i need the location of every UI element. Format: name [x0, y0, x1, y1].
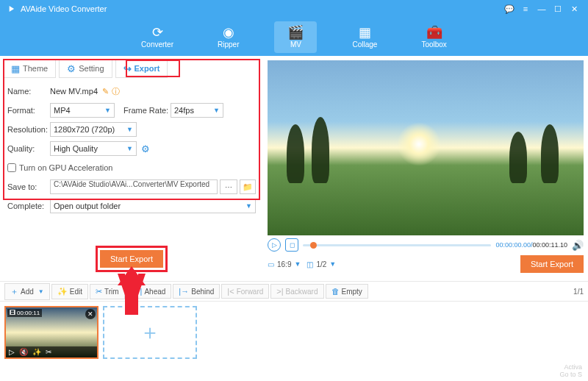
resolution-select[interactable]: 1280x720 (720p)▼	[50, 122, 137, 137]
browse-button[interactable]: ⋯	[220, 179, 237, 194]
info-icon[interactable]: ⓘ	[112, 86, 120, 97]
format-select[interactable]: MP4▼	[50, 103, 115, 118]
preview-panel: ▷ ◻ 00:00:00.00/00:00:11.10 🔊 ▭16:9▼ ◫1/…	[263, 56, 588, 281]
seek-slider[interactable]	[303, 244, 491, 246]
clip-duration: 🎞00:00:11	[7, 309, 42, 317]
behind-icon: |→	[179, 287, 189, 296]
add-button[interactable]: ＋Add▼	[4, 283, 50, 300]
framerate-select[interactable]: 24fps▼	[171, 103, 223, 118]
caret-icon: ▼	[126, 126, 133, 133]
aspect-select[interactable]: ▭16:9▼	[268, 260, 301, 268]
format-label: Format:	[7, 106, 50, 115]
tab-theme[interactable]: ▦Theme	[3, 59, 56, 78]
edit-name-icon[interactable]: ✎	[102, 87, 109, 96]
open-folder-icon[interactable]: 📁	[240, 179, 256, 194]
clip-edit-icon[interactable]: ✨	[32, 348, 41, 356]
quality-gear-icon[interactable]: ⚙	[141, 143, 150, 154]
quality-select[interactable]: High Quality▼	[50, 141, 137, 156]
film-icon: 🎞	[10, 310, 15, 316]
timeline: 🎞00:00:11 ✕ ▷ 🔇 ✨ ✂ ＋	[0, 302, 588, 365]
caret-icon: ▼	[126, 145, 133, 152]
maximize-icon[interactable]: ☐	[550, 2, 566, 15]
saveto-path[interactable]: C:\AVAide Studio\AVAi...Converter\MV Exp…	[50, 179, 218, 194]
start-export-button-right[interactable]: Start Export	[520, 255, 584, 273]
video-preview[interactable]	[268, 60, 584, 235]
quality-label: Quality:	[7, 144, 50, 153]
aspect-icon: ▭	[268, 260, 274, 268]
mv-icon: 🎬	[287, 26, 304, 39]
framerate-label: Frame Rate:	[123, 106, 171, 115]
nav-ripper[interactable]: ◉ Ripper	[209, 23, 248, 51]
minimize-icon[interactable]: —	[534, 2, 550, 15]
complete-label: Complete:	[7, 202, 50, 210]
nav-mv[interactable]: 🎬 MV	[274, 21, 317, 53]
watermark: Activa Go to S	[559, 363, 582, 378]
complete-select[interactable]: Open output folder▼	[50, 199, 256, 213]
nav-collage[interactable]: ▦ Collage	[343, 23, 386, 51]
feedback-icon[interactable]: 💬	[501, 2, 517, 15]
forward-button[interactable]: |<Forward	[221, 284, 269, 299]
caret-icon: ▼	[104, 107, 111, 114]
gpu-label: Turn on GPU Acceleration	[19, 163, 112, 172]
title-bar: AVAide Video Converter 💬 ≡ — ☐ ✕	[0, 0, 588, 18]
start-export-button[interactable]: Start Export	[100, 250, 163, 268]
clip-mute-icon[interactable]: 🔇	[19, 348, 28, 356]
empty-button[interactable]: 🗑Empty	[326, 284, 368, 299]
resolution-label: Resolution:	[7, 125, 50, 134]
time-display: 00:00:00.00/00:00:11.10	[495, 241, 567, 249]
theme-icon: ▦	[11, 63, 20, 74]
close-icon[interactable]: ✕	[566, 2, 582, 15]
settings-panel: ▦Theme ⚙Setting ↪Export Name: New MV.mp4…	[0, 56, 263, 281]
gpu-checkbox[interactable]	[7, 163, 16, 172]
edit-button[interactable]: ✨Edit	[51, 284, 88, 299]
trash-icon: 🗑	[331, 287, 340, 296]
app-logo: AVAide Video Converter	[6, 4, 107, 14]
plus-icon: ＋	[10, 286, 18, 297]
clip-toolbar: ＋Add▼ ✨Edit ✂Trim ←|Ahead |→Behind |<For…	[0, 281, 588, 302]
name-value: New MV.mp4	[50, 87, 98, 96]
clip-trim-icon[interactable]: ✂	[46, 348, 51, 356]
play-button[interactable]: ▷	[268, 238, 281, 252]
caret-icon: ▼	[213, 107, 220, 114]
nav-toolbox[interactable]: 🧰 Toolbox	[412, 23, 455, 51]
backward-icon: >|	[276, 287, 283, 296]
tab-setting[interactable]: ⚙Setting	[59, 59, 112, 78]
collage-icon: ▦	[359, 26, 371, 39]
converter-icon: ⟳	[152, 26, 163, 39]
ripper-icon: ◉	[223, 26, 234, 39]
scissors-icon: ✂	[96, 287, 102, 296]
name-label: Name:	[7, 87, 50, 96]
menu-icon[interactable]: ≡	[517, 2, 534, 15]
saveto-label: Save to:	[7, 182, 50, 191]
export-icon: ↪	[123, 63, 132, 74]
clip-remove-icon[interactable]: ✕	[85, 309, 96, 319]
volume-icon[interactable]: 🔊	[572, 240, 584, 251]
toolbox-icon: 🧰	[426, 26, 442, 39]
nav-converter[interactable]: ⟳ Converter	[132, 23, 182, 51]
annotation-arrow	[115, 266, 148, 318]
tab-export[interactable]: ↪Export	[115, 59, 168, 78]
backward-button[interactable]: >|Backward	[270, 284, 323, 299]
split-icon: ◫	[306, 260, 313, 268]
behind-button[interactable]: |→Behind	[173, 284, 220, 299]
clip-play-icon[interactable]: ▷	[9, 348, 15, 356]
caret-icon: ▼	[245, 202, 252, 210]
main-nav: ⟳ Converter ◉ Ripper 🎬 MV ▦ Collage 🧰 To…	[0, 18, 588, 56]
app-title: AVAide Video Converter	[21, 4, 107, 13]
setting-icon: ⚙	[67, 63, 76, 74]
clip-pager: 1/1	[573, 288, 584, 296]
page-select[interactable]: ◫1/2▼	[306, 260, 336, 268]
wand-icon: ✨	[57, 287, 68, 296]
stop-button[interactable]: ◻	[285, 238, 298, 252]
clip-thumbnail[interactable]: 🎞00:00:11 ✕ ▷ 🔇 ✨ ✂	[4, 306, 98, 359]
forward-icon: |<	[227, 287, 234, 296]
